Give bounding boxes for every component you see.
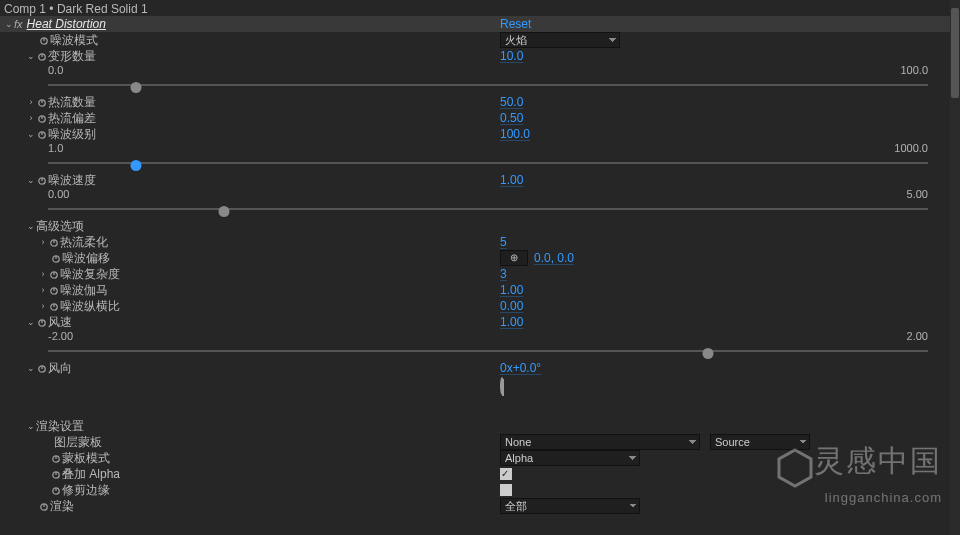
effect-header[interactable]: ⌄ fx Heat Distortion Reset xyxy=(0,16,960,32)
overlay-alpha-checkbox[interactable] xyxy=(500,468,512,480)
param-heat-bias[interactable]: › 热流偏差 0.50 xyxy=(0,110,960,126)
expand-icon[interactable]: › xyxy=(38,282,48,298)
stopwatch-icon[interactable] xyxy=(36,126,48,142)
expand-icon[interactable]: › xyxy=(38,266,48,282)
twirl-icon[interactable]: ⌄ xyxy=(4,19,14,29)
stopwatch-icon[interactable] xyxy=(36,360,48,376)
param-layer-mask[interactable]: 图层蒙板 None Source xyxy=(0,434,960,450)
wind-slider[interactable] xyxy=(0,346,960,360)
stopwatch-icon[interactable] xyxy=(36,172,48,188)
scrollbar-thumb[interactable] xyxy=(951,8,959,98)
heat-flow-value[interactable]: 50.0 xyxy=(500,94,523,110)
speed-slider-labels: 0.00 5.00 xyxy=(0,188,960,204)
twirl-icon[interactable]: ⌄ xyxy=(26,218,36,234)
distort-slider[interactable] xyxy=(0,80,960,94)
stopwatch-icon[interactable] xyxy=(50,466,62,482)
noise-mode-select[interactable]: 火焰 xyxy=(500,32,620,48)
param-distort-amount[interactable]: ⌄ 变形数量 10.0 xyxy=(0,48,960,64)
param-noise-aspect[interactable]: › 噪波纵横比 0.00 xyxy=(0,298,960,314)
slider-thumb[interactable] xyxy=(219,206,230,217)
wind-dir-dial-row xyxy=(0,376,960,418)
clip-edges-checkbox[interactable] xyxy=(500,484,512,496)
complexity-value[interactable]: 3 xyxy=(500,266,507,282)
target-icon[interactable]: ⊕ xyxy=(500,250,528,266)
wind-slider-labels: -2.00 2.00 xyxy=(0,330,960,346)
distort-slider-labels: 0.0 100.0 xyxy=(0,64,960,80)
twirl-icon[interactable]: ⌄ xyxy=(26,418,36,434)
scrollbar[interactable] xyxy=(950,0,960,535)
param-noise-speed[interactable]: ⌄ 噪波速度 1.00 xyxy=(0,172,960,188)
slider-thumb[interactable] xyxy=(703,348,714,359)
reset-link[interactable]: Reset xyxy=(500,17,531,31)
angle-dial[interactable] xyxy=(500,377,504,395)
stopwatch-icon[interactable] xyxy=(36,94,48,110)
softness-value[interactable]: 5 xyxy=(500,234,507,250)
param-heat-softness[interactable]: › 热流柔化 5 xyxy=(0,234,960,250)
expand-icon[interactable]: › xyxy=(26,110,36,126)
offset-value[interactable]: 0.0, 0.0 xyxy=(534,250,574,266)
group-advanced[interactable]: ⌄ 高级选项 xyxy=(0,218,960,234)
fx-badge[interactable]: fx xyxy=(14,18,23,30)
render-select[interactable]: 全部 xyxy=(500,498,640,514)
aspect-value[interactable]: 0.00 xyxy=(500,298,523,314)
stopwatch-icon[interactable] xyxy=(36,110,48,126)
twirl-icon[interactable]: ⌄ xyxy=(26,314,36,330)
stopwatch-icon[interactable] xyxy=(50,482,62,498)
expand-icon[interactable]: › xyxy=(38,234,48,250)
param-wind-speed[interactable]: ⌄ 风速 1.00 xyxy=(0,314,960,330)
twirl-icon[interactable]: ⌄ xyxy=(26,172,36,188)
expand-icon[interactable]: › xyxy=(38,298,48,314)
param-noise-level[interactable]: ⌄ 噪波级别 100.0 xyxy=(0,126,960,142)
wind-dir-value[interactable]: 0x+0.0° xyxy=(500,360,541,376)
stopwatch-icon[interactable] xyxy=(36,48,48,64)
twirl-icon[interactable]: ⌄ xyxy=(26,360,36,376)
speed-slider[interactable] xyxy=(0,204,960,218)
breadcrumb: Comp 1 • Dark Red Solid 1 xyxy=(0,0,960,16)
param-noise-offset[interactable]: 噪波偏移 ⊕ 0.0, 0.0 xyxy=(0,250,960,266)
stopwatch-icon[interactable] xyxy=(48,266,60,282)
param-clip-edges[interactable]: 修剪边缘 xyxy=(0,482,960,498)
layer-mask-select[interactable]: None xyxy=(500,434,700,450)
noise-speed-value[interactable]: 1.00 xyxy=(500,172,523,188)
stopwatch-icon[interactable] xyxy=(38,498,50,514)
slider-thumb[interactable] xyxy=(131,160,142,171)
group-render[interactable]: ⌄ 渲染设置 xyxy=(0,418,960,434)
stopwatch-icon[interactable] xyxy=(50,250,62,266)
stopwatch-icon[interactable] xyxy=(36,314,48,330)
stopwatch-icon[interactable] xyxy=(48,234,60,250)
stopwatch-icon[interactable] xyxy=(48,298,60,314)
param-noise-complexity[interactable]: › 噪波复杂度 3 xyxy=(0,266,960,282)
param-heat-flow[interactable]: › 热流数量 50.0 xyxy=(0,94,960,110)
heat-bias-value[interactable]: 0.50 xyxy=(500,110,523,126)
param-overlay-alpha[interactable]: 叠加 Alpha xyxy=(0,466,960,482)
effect-name[interactable]: Heat Distortion xyxy=(27,17,106,31)
wind-speed-value[interactable]: 1.00 xyxy=(500,314,523,330)
layer-source-select[interactable]: Source xyxy=(710,434,810,450)
twirl-icon[interactable]: ⌄ xyxy=(26,48,36,64)
stopwatch-icon[interactable] xyxy=(38,32,50,48)
param-mask-mode[interactable]: 蒙板模式 Alpha xyxy=(0,450,960,466)
noise-slider[interactable] xyxy=(0,158,960,172)
stopwatch-icon[interactable] xyxy=(50,450,62,466)
gamma-value[interactable]: 1.00 xyxy=(500,282,523,298)
slider-thumb[interactable] xyxy=(131,82,142,93)
mask-mode-select[interactable]: Alpha xyxy=(500,450,640,466)
noise-level-value[interactable]: 100.0 xyxy=(500,126,530,142)
distort-value[interactable]: 10.0 xyxy=(500,48,523,64)
stopwatch-icon[interactable] xyxy=(48,282,60,298)
param-noise-mode[interactable]: 噪波模式 火焰 xyxy=(0,32,960,48)
expand-icon[interactable]: › xyxy=(26,94,36,110)
noise-slider-labels: 1.0 1000.0 xyxy=(0,142,960,158)
twirl-icon[interactable]: ⌄ xyxy=(26,126,36,142)
param-noise-gamma[interactable]: › 噪波伽马 1.00 xyxy=(0,282,960,298)
param-render-select[interactable]: 渲染 全部 xyxy=(0,498,960,514)
param-wind-direction[interactable]: ⌄ 风向 0x+0.0° xyxy=(0,360,960,376)
